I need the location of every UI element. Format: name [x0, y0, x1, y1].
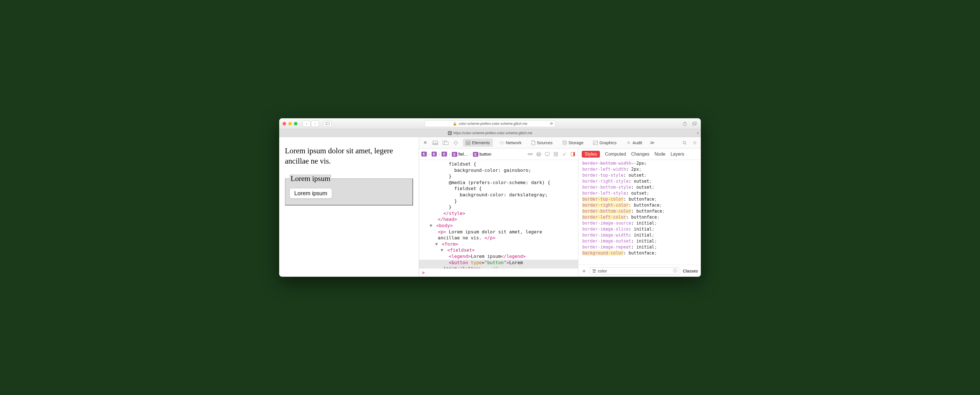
- tab-styles[interactable]: Styles: [582, 151, 600, 158]
- dom-tree[interactable]: fieldset { background-color: gainsboro; …: [419, 160, 578, 268]
- tab-node[interactable]: Node: [654, 151, 665, 157]
- tab-label: https://color-scheme-prefers-color-schem…: [453, 131, 533, 135]
- svg-rect-29: [545, 152, 550, 155]
- dock-side-icon[interactable]: [442, 140, 449, 146]
- styles-tabbar: Styles Computed Changes Node Layers: [578, 148, 701, 160]
- back-button[interactable]: ‹: [302, 121, 310, 127]
- page-button[interactable]: Lorem ipsum: [290, 188, 332, 199]
- tab-strip: C https://color-scheme-prefers-color-sch…: [279, 129, 701, 137]
- breadcrumb-item[interactable]: E fiel…: [452, 151, 468, 157]
- tab-storage[interactable]: Storage: [560, 139, 587, 147]
- css-property-row[interactable]: border-left-color: buttonface;: [582, 214, 697, 220]
- page-form: Lorem ipsum Lorem ipsum: [285, 174, 413, 205]
- css-property-row[interactable]: border-right-style: outset;: [582, 178, 697, 185]
- css-property-row[interactable]: border-image-source: initial;: [582, 220, 697, 226]
- breadcrumb-item[interactable]: E button: [473, 151, 492, 157]
- url-bar[interactable]: 🔒 color-scheme-prefers-color-scheme.glit…: [425, 120, 555, 127]
- zoom-window-button[interactable]: [294, 122, 298, 126]
- css-property-row[interactable]: border-top-style: outset;: [582, 172, 697, 178]
- breadcrumb-item[interactable]: E: [442, 151, 447, 156]
- css-property-row[interactable]: border-image-repeat: initial;: [582, 244, 697, 250]
- svg-rect-32: [556, 152, 558, 154]
- tab-changes[interactable]: Changes: [631, 151, 649, 157]
- styles-pane: Styles Computed Changes Node Layers bord…: [578, 148, 701, 277]
- svg-line-20: [686, 143, 687, 145]
- svg-rect-16: [469, 143, 470, 145]
- svg-rect-36: [573, 152, 575, 156]
- ruler-icon[interactable]: [527, 151, 533, 157]
- search-icon[interactable]: [681, 140, 688, 146]
- svg-point-19: [683, 141, 686, 143]
- network-icon: [500, 140, 504, 145]
- css-property-row[interactable]: border-bottom-style: outset;: [582, 185, 697, 190]
- rendered-page: Lorem ipsum dolor sit amet, legere ancil…: [279, 137, 419, 277]
- device-icon[interactable]: [544, 151, 550, 157]
- lock-icon: 🔒: [453, 122, 457, 126]
- forward-button[interactable]: ›: [311, 121, 319, 127]
- devtools-tabbar: ✕ Elements Network Sources: [419, 137, 701, 148]
- close-window-button[interactable]: [283, 122, 286, 126]
- svg-rect-34: [556, 154, 558, 156]
- window-titlebar: ‹ › 🔒 color-scheme-prefers-color-scheme.…: [279, 118, 701, 129]
- tab-audit[interactable]: Audit: [623, 139, 645, 147]
- css-property-row[interactable]: border-image-outset: initial;: [582, 238, 697, 244]
- traffic-lights: [283, 122, 298, 126]
- tab-network[interactable]: Network: [497, 139, 525, 147]
- content-area: Lorem ipsum dolor sit amet, legere ancil…: [279, 137, 701, 277]
- dom-breadcrumb: E› E› E› E fiel…› E button: [419, 148, 578, 160]
- page-legend: Lorem ipsum: [290, 174, 331, 183]
- clear-filter-icon[interactable]: ⓧ: [673, 268, 678, 274]
- console-prompt[interactable]: >: [419, 268, 578, 277]
- elements-icon: [466, 141, 470, 145]
- svg-rect-15: [466, 143, 468, 145]
- tab-sources[interactable]: Sources: [528, 139, 555, 147]
- sidebar-toggle-button[interactable]: [324, 121, 332, 127]
- css-property-row[interactable]: background-color: buttonface;: [582, 250, 697, 256]
- svg-rect-33: [554, 154, 555, 156]
- overflow-icon[interactable]: ≫: [649, 140, 655, 146]
- minimize-window-button[interactable]: [288, 122, 292, 126]
- new-tab-button[interactable]: +: [697, 131, 699, 135]
- svg-rect-18: [593, 141, 598, 145]
- panel-toggle-icon[interactable]: [570, 151, 576, 157]
- classes-button[interactable]: Classes: [683, 268, 698, 273]
- css-property-row[interactable]: border-bottom-color: buttonface;: [582, 208, 697, 214]
- tab[interactable]: C https://color-scheme-prefers-color-sch…: [448, 131, 533, 135]
- tabs-icon[interactable]: [692, 121, 697, 127]
- css-property-row[interactable]: border-left-style: outset;: [582, 190, 697, 196]
- tab-elements[interactable]: Elements: [463, 139, 493, 147]
- filter-input[interactable]: ☰ color ⓧ: [590, 267, 680, 275]
- tab-layers[interactable]: Layers: [671, 151, 684, 157]
- css-property-row[interactable]: border-left-width: 2px;: [582, 166, 697, 172]
- prompt-chevron-icon: >: [422, 270, 425, 275]
- add-rule-button[interactable]: ＋: [581, 267, 587, 275]
- css-property-row[interactable]: border-image-slice: initial;: [582, 226, 697, 232]
- target-icon[interactable]: [453, 140, 459, 146]
- tab-computed[interactable]: Computed: [605, 151, 626, 157]
- dock-bottom-icon[interactable]: [432, 140, 438, 146]
- svg-rect-6: [433, 143, 438, 145]
- print-icon[interactable]: [536, 151, 542, 157]
- sources-icon: [531, 140, 535, 145]
- styles-footer: ＋ ☰ color ⓧ Classes: [578, 265, 701, 277]
- toolbar-right: [682, 121, 697, 127]
- page-fieldset: Lorem ipsum Lorem ipsum: [285, 174, 413, 205]
- css-property-row[interactable]: border-right-color: buttonface;: [582, 202, 697, 208]
- css-properties-list[interactable]: border-bottom-width: 2px;border-left-wid…: [578, 160, 701, 265]
- settings-icon[interactable]: [692, 140, 698, 146]
- breadcrumb-item[interactable]: E: [431, 151, 437, 156]
- devtools: ✕ Elements Network Sources: [419, 137, 701, 277]
- elements-pane: E› E› E› E fiel…› E button: [419, 148, 578, 277]
- css-property-row[interactable]: border-bottom-width: 2px;: [582, 161, 697, 166]
- css-property-row[interactable]: border-top-color: buttonface;: [582, 196, 697, 202]
- grid-icon[interactable]: [553, 151, 558, 157]
- css-property-row[interactable]: border-image-width: initial;: [582, 232, 697, 238]
- share-icon[interactable]: [682, 121, 688, 127]
- reload-icon[interactable]: ⟳: [550, 122, 553, 126]
- svg-point-17: [563, 141, 566, 142]
- breadcrumb-item[interactable]: E: [422, 151, 427, 156]
- tab-graphics[interactable]: Graphics: [590, 139, 619, 147]
- brush-icon[interactable]: [562, 151, 567, 157]
- svg-rect-3: [692, 123, 696, 125]
- close-icon[interactable]: ✕: [422, 140, 428, 146]
